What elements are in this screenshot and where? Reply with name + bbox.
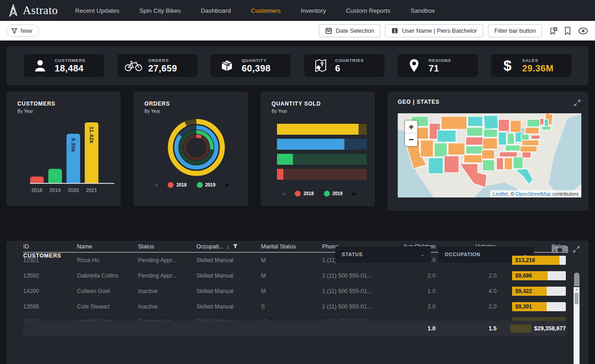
- zoom-in-button[interactable]: +: [405, 121, 417, 133]
- export-csv-icon[interactable]: ,: [562, 245, 569, 253]
- kpi-value: 27,659: [148, 63, 177, 74]
- col-id[interactable]: ID: [23, 243, 77, 250]
- leaflet-map[interactable]: + − Leaflet, © OpenStreetMap contributor…: [398, 113, 581, 197]
- hbar-2019[interactable]: [277, 154, 367, 165]
- col-marital-status[interactable]: Marital Status: [261, 243, 322, 250]
- kpi-regions: REGIONS 71: [398, 54, 478, 77]
- legend-item-2018[interactable]: 2018: [168, 182, 186, 188]
- scrollbar-track[interactable]: ▲ ▼: [574, 287, 580, 364]
- legend-next-arrow[interactable]: ▶: [353, 191, 356, 197]
- sort-desc-icon[interactable]: ↓: [227, 243, 230, 250]
- kpi-label: COUNTRIES: [335, 58, 364, 63]
- total-sales: $29,358,677: [534, 325, 566, 332]
- kpi-orders: ORDERS 27,659: [117, 54, 197, 77]
- table-filters: STATUS ⌄ OCCUPATION ⌄: [335, 246, 534, 263]
- legend-item-2018[interactable]: 2018: [295, 191, 313, 197]
- kpi-value: 6: [335, 63, 364, 74]
- top-nav: Astrato Recent Updates Spin City Bikes D…: [0, 0, 595, 21]
- table-actions: x ,: [551, 245, 580, 253]
- total-vehicles: 1.5: [436, 325, 497, 332]
- kpi-value: 71: [429, 63, 451, 74]
- chevron-down-icon: ⌄: [420, 251, 425, 258]
- user-name-button[interactable]: User Name | Piers Batchelor: [385, 24, 483, 37]
- status-filter-dropdown[interactable]: STATUS ⌄: [335, 246, 431, 263]
- nav-item-recent-updates[interactable]: Recent Updates: [75, 7, 119, 14]
- scroll-up-arrow[interactable]: ▲: [575, 287, 578, 292]
- chart-legend: ◀ 2018 2019 ▶: [144, 182, 248, 188]
- filter-bar-button[interactable]: Filter bar button: [488, 24, 542, 37]
- table-row-partial[interactable]: 14630 Isabella Ward Pending Appr... Skil…: [23, 314, 566, 321]
- legend-item-2019[interactable]: 2019: [197, 182, 215, 188]
- table-row[interactable]: 13595 Cole Stewart Inactive Skilled Manu…: [23, 299, 566, 314]
- table-totals-row: 1.0 1.5 $29,358,677: [23, 321, 566, 336]
- nav-item-dashboard[interactable]: Dashboard: [201, 7, 231, 14]
- kpi-label: ORDERS: [148, 58, 177, 63]
- expand-icon[interactable]: [572, 245, 580, 253]
- col-status[interactable]: Status: [138, 243, 196, 250]
- bar-2018[interactable]: [30, 177, 44, 183]
- geo-states-panel: GEO | STATES: [388, 91, 589, 211]
- chart-subtitle: By Year: [272, 109, 375, 114]
- zoom-out-button[interactable]: −: [405, 133, 417, 146]
- svg-text:,: ,: [564, 248, 565, 253]
- bookmark-add-icon[interactable]: [549, 26, 558, 35]
- chart-title: QUANTITY SOLD: [272, 101, 375, 107]
- scrollbar-thumb[interactable]: [574, 273, 580, 286]
- donut-chart[interactable]: [144, 117, 248, 177]
- map-attribution: Leaflet, © OpenStreetMap contributors: [490, 190, 582, 197]
- bar-2019[interactable]: [48, 169, 62, 183]
- new-filter-button[interactable]: New: [6, 25, 39, 37]
- bicycle-icon: [124, 59, 143, 72]
- bar-2020[interactable]: 9.30k: [67, 134, 80, 183]
- funnel-icon: [11, 28, 17, 34]
- hbar-2020[interactable]: [277, 139, 367, 150]
- col-occupation[interactable]: Occupati... ↓: [196, 243, 261, 250]
- column-filter-icon[interactable]: [233, 244, 238, 249]
- expand-icon[interactable]: [573, 99, 581, 107]
- kpi-quantity: QUANTITY 60,398: [210, 54, 291, 77]
- contact-badge-icon: [391, 27, 398, 34]
- date-selection-button[interactable]: Date Selection: [319, 24, 381, 37]
- export-xlsx-icon[interactable]: x: [551, 245, 558, 253]
- eye-icon[interactable]: [578, 27, 589, 35]
- kpi-section: CUSTOMERS 18,484 ORDERS 27,659: [6, 46, 589, 85]
- col-name[interactable]: Name: [77, 243, 138, 250]
- map-zoom-control: + −: [404, 120, 418, 147]
- scrollbar-thumb[interactable]: [574, 293, 579, 304]
- geo-title: GEO | STATES: [398, 99, 440, 105]
- kpi-label: REGIONS: [429, 58, 451, 63]
- legend-prev-arrow[interactable]: ◀: [281, 191, 285, 197]
- openstreetmap-link[interactable]: OpenStreetMap: [516, 191, 551, 197]
- legend-next-arrow[interactable]: ▶: [226, 182, 229, 188]
- nav-item-customers[interactable]: Customers: [251, 7, 281, 14]
- customers-chart-panel: CUSTOMERS By Year 9.30k 11.42k 2018 2019…: [6, 91, 121, 206]
- bar-2021[interactable]: 11.42k: [85, 122, 98, 183]
- filter-toolbar: New Date Selection User Name | Piers Bat…: [0, 21, 595, 40]
- table-title: CUSTOMERS: [23, 253, 62, 259]
- brand-wordmark: Astrato: [23, 4, 58, 17]
- kpi-countries: COUNTRIES 6: [304, 54, 385, 77]
- box-icon: [218, 59, 236, 72]
- chart-title: ORDERS: [144, 101, 248, 107]
- table-row[interactable]: 13592 Gabriella Collins Pending Appr... …: [23, 268, 566, 283]
- legend-prev-arrow[interactable]: ◀: [154, 182, 158, 188]
- nav-item-sandbox[interactable]: Sandbox: [410, 7, 435, 14]
- hbar-2018[interactable]: [277, 169, 367, 180]
- nav-item-inventory[interactable]: Inventory: [301, 7, 326, 14]
- folded-map-icon: [312, 59, 330, 72]
- astrato-brand[interactable]: Astrato: [7, 4, 58, 17]
- sales-bar: $9,696: [512, 271, 566, 280]
- legend-item-2019[interactable]: 2019: [324, 191, 343, 197]
- nav-item-spin-city-bikes[interactable]: Spin City Bikes: [139, 7, 181, 14]
- nav-item-custom-reports[interactable]: Custom Reports: [346, 7, 391, 14]
- leaflet-link[interactable]: Leaflet: [493, 191, 508, 197]
- hbar-2021[interactable]: [277, 124, 367, 135]
- bookmark-icon[interactable]: [564, 26, 571, 35]
- kpi-label: SALES: [522, 58, 554, 63]
- kpi-value: 29.36M: [522, 63, 554, 74]
- legend-dot-green: [324, 191, 330, 197]
- calendar-icon: [325, 27, 332, 34]
- kpi-sales: $ SALES 29.36M: [491, 54, 571, 77]
- table-row[interactable]: 14200 Colleen Goel Inactive Skilled Manu…: [23, 283, 566, 299]
- astrato-logo-icon: [7, 4, 19, 17]
